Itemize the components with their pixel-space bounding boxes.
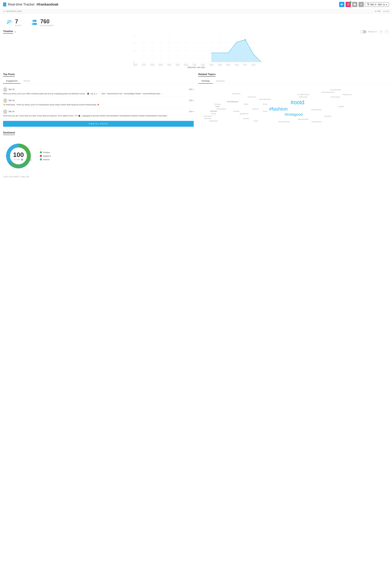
toggle-knob	[361, 30, 363, 33]
youtube-icon[interactable]	[352, 2, 357, 7]
view-sentiment-button[interactable]: VIEW SENTIMENT TIMELINE	[3, 176, 29, 178]
word-cloud-item[interactable]: #tellmewhy	[299, 96, 307, 98]
avatar-3	[3, 109, 7, 114]
timeline-chart: 3 2 1 0 Dec 09 12 AM Dec 09 4 AM Dec 09 …	[8, 35, 389, 66]
word-cloud-item[interactable]: #nailsho	[233, 110, 240, 112]
neutral-dot	[40, 159, 42, 160]
download-chart-button[interactable]: ⬇	[385, 30, 389, 34]
svg-point-65	[4, 88, 6, 90]
word-cloud-item[interactable]: #fashion	[269, 106, 288, 112]
post-meta-2: Dec 10 218 ♥	[3, 98, 194, 103]
word-cloud-item[interactable]: #instagood	[285, 112, 303, 117]
word-cloud-item[interactable]: #turbo	[263, 103, 267, 105]
settings-icon[interactable]: ⚙	[14, 30, 16, 33]
svg-text:3: 3	[134, 35, 135, 36]
word-cloud-item[interactable]: #topcoat	[252, 108, 259, 110]
header-right: ✓ 📅 DEC 9 - DEC 11 ▾	[339, 2, 389, 7]
hashtag-label: #frankandoak	[36, 2, 58, 6]
word-cloud-item[interactable]: #ootd	[253, 120, 258, 122]
predict-toggle[interactable]	[360, 30, 366, 33]
instagram-check-icon: ✓	[349, 1, 351, 3]
word-cloud-item[interactable]: #veganburger	[342, 94, 352, 95]
word-cloud-item[interactable]: #gentleman	[240, 113, 249, 115]
xls-export-button[interactable]: ⬇ XLS	[383, 10, 389, 13]
related-topics-title: Related Topics	[198, 73, 216, 77]
header-left: › Real-time Tracker: #frankandoak	[3, 2, 58, 6]
svg-text:2: 2	[134, 42, 135, 44]
word-cloud-item[interactable]: #tommiehiwshine	[259, 98, 271, 100]
word-cloud-item[interactable]: #fancyashi	[232, 93, 240, 95]
post-engagement-3: 214 ♥	[189, 110, 194, 113]
word-cloud-item[interactable]: #ootd	[215, 106, 220, 107]
positive-percent-label: 57.1%	[27, 159, 32, 161]
word-cloud-item[interactable]: #positivevibes	[298, 118, 308, 120]
post-text-2: 🐪 #tellmewhy . Photo by solene_buxo For …	[3, 104, 194, 106]
post-date-1: Dec 10	[9, 88, 14, 90]
historical-data-label[interactable]: HISTORICAL DATA	[6, 10, 22, 13]
word-cloud-item[interactable]: #youthful	[324, 115, 332, 117]
word-cloud-item[interactable]: #party	[263, 110, 267, 112]
word-cloud-item[interactable]: #whatsvegankindof	[321, 91, 335, 93]
svg-point-8	[33, 23, 37, 25]
related-tabs: Hashtags Keywords	[198, 79, 389, 83]
word-cloud-item[interactable]: #christmas	[248, 96, 256, 98]
word-cloud-item[interactable]: #sophie	[338, 106, 344, 107]
svg-text:4 AM: 4 AM	[142, 65, 145, 66]
instagram-icon[interactable]: ✓	[346, 2, 351, 7]
legend-negative: Negative	[40, 155, 51, 157]
sub-header: ⏱ HISTORICAL DATA ⬇ PDF ⬇ XLS	[0, 9, 392, 14]
sentiment-section: Sentiment	[3, 131, 389, 178]
word-cloud-item[interactable]: #hairstyle	[204, 118, 211, 119]
word-cloud-item[interactable]: #toronto	[210, 110, 217, 112]
engagement-stat: 760 ENGAGEMENT	[31, 18, 54, 27]
word-cloud-item[interactable]: #mensfashion	[311, 109, 322, 110]
svg-point-1	[348, 4, 349, 5]
pdf-export-button[interactable]: ⬇ PDF	[375, 10, 381, 13]
twitter-icon[interactable]	[339, 2, 344, 7]
word-cloud-item[interactable]: #ootd	[291, 99, 304, 106]
tab-hashtags[interactable]: Hashtags	[198, 79, 213, 83]
word-cloud-item[interactable]: #camel	[211, 113, 216, 115]
xls-label: XLS	[385, 10, 389, 13]
code-embed-button[interactable]: </>	[379, 30, 383, 34]
info-icon[interactable]: ?	[21, 159, 23, 161]
word-cloud-item[interactable]: #instafashion	[311, 121, 322, 123]
post-tabs: Engagement Recent	[3, 79, 194, 83]
neutral-label: Neutral	[43, 158, 49, 161]
word-cloud-item[interactable]: #mensfashion	[227, 101, 238, 103]
facebook-icon[interactable]	[359, 2, 364, 7]
timezone-text: TIMEZONE:	[187, 67, 196, 68]
collapse-button[interactable]: ›	[3, 2, 6, 6]
word-cloud-item[interactable]: #fashionposts	[331, 96, 340, 98]
post-item-1: Dec 10 226 ♥ When you dress up for your …	[3, 86, 194, 97]
post-date-2: Dec 10	[9, 99, 14, 101]
pie-center: 100 SCORE ?	[13, 151, 24, 161]
sentiment-legend: Positive Negative Neutral	[40, 151, 51, 161]
negative-percent-label: 42.9%	[6, 155, 11, 157]
predict-label: PREDICT	[368, 31, 377, 33]
post-engagement-2: 218 ♥	[189, 99, 194, 101]
word-cloud-item[interactable]: #aandw	[243, 118, 249, 119]
date-range-button[interactable]: 📅 DEC 9 - DEC 11 ▾	[365, 2, 389, 7]
word-cloud-item[interactable]: #crueltyfreecloset	[297, 94, 309, 95]
word-cloud-item[interactable]: #sheerpaper	[216, 108, 226, 110]
word-cloud-item[interactable]: #downtown	[204, 115, 212, 117]
view-all-posts-button[interactable]: VIEW ALL POSTS	[3, 121, 194, 127]
historical-data-section: ⏱ HISTORICAL DATA	[3, 10, 22, 13]
tab-engagement[interactable]: Engagement	[3, 79, 21, 83]
sentiment-score-label: SCORE ?	[13, 159, 24, 161]
avatar-1	[3, 87, 7, 92]
word-cloud-item[interactable]: #rsvpday	[214, 103, 221, 105]
top-posts-title: Top Posts	[3, 73, 15, 77]
pdf-label: PDF	[377, 10, 381, 13]
download-pdf-icon: ⬇	[375, 10, 377, 13]
word-cloud-item[interactable]: #bomberjacket	[279, 121, 290, 123]
word-cloud-item[interactable]: #crueltyfreestyle	[330, 89, 341, 91]
word-cloud-item[interactable]: #belabrand	[209, 120, 218, 122]
timeline-title: Timeline	[3, 30, 13, 34]
tab-keywords[interactable]: Keywords	[213, 79, 228, 83]
svg-text:12 AM: 12 AM	[184, 65, 188, 66]
chart-area: 3 2 1 0 Dec 09 12 AM Dec 09 4 AM Dec 09 …	[3, 35, 389, 66]
tab-recent[interactable]: Recent	[21, 79, 33, 83]
word-cloud-item[interactable]: #dartu	[244, 103, 248, 105]
